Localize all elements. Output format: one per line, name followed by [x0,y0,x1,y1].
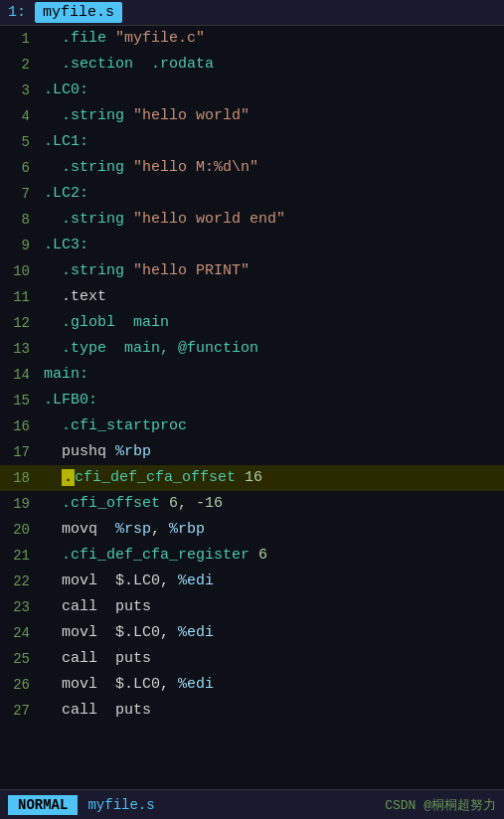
line-content: movl $.LC0, %edi [40,569,504,594]
line-content: call puts [40,646,504,672]
line-content: .cfi_startproc [40,413,504,439]
token: .text [44,288,106,305]
line-number: 7 [0,181,40,207]
line-number: 20 [0,517,40,543]
line-number: 9 [0,233,40,258]
table-row: 10 .string "hello PRINT" [0,258,504,284]
line-number: 22 [0,569,40,594]
tab-bar: 1: myfile.s [0,0,504,26]
line-number: 10 [0,258,40,284]
token: 6, -16 [169,495,223,512]
token: .type main, @function [44,340,258,357]
token: "hello world" [133,107,250,124]
line-tokens: cfi_def_cfa_offset 16 [75,469,262,486]
token: %rbp [115,443,151,460]
token: .LC2: [44,185,88,202]
tab-active[interactable]: myfile.s [35,2,122,23]
line-content: .LFB0: [40,388,504,413]
token: .LFB0: [44,392,97,409]
token: 6 [258,547,267,564]
status-credit: CSDN @桐桐超努力 [385,796,496,814]
token: .string [44,159,133,176]
token: %edi [178,676,214,693]
table-row: 24 movl $.LC0, %edi [0,620,504,646]
line-content: .type main, @function [40,336,504,362]
token: .string [44,107,133,124]
line-content: movq %rsp, %rbp [40,517,504,543]
table-row: 8 .string "hello world end" [0,207,504,233]
line-content: call puts [40,594,504,620]
line-number: 6 [0,155,40,181]
line-number: 18 [0,465,40,491]
table-row: 17 pushq %rbp [0,439,504,465]
line-content: .LC1: [40,129,504,155]
token: .cfi_def_cfa_register [44,547,258,564]
line-number: 15 [0,388,40,413]
token: .LC3: [44,237,88,253]
leading-spaces [44,469,62,486]
line-content: .file "myfile.c" [40,26,504,52]
table-row: 22 movl $.LC0, %edi [0,569,504,594]
token: %rsp [115,521,151,538]
token: %edi [178,573,214,589]
line-number: 17 [0,439,40,465]
token: movl [44,573,115,589]
table-row: 12 .globl main [0,310,504,336]
token: $.LC0 [115,573,160,589]
token: , [160,624,178,641]
table-row: 15.LFB0: [0,388,504,413]
table-row: 26 movl $.LC0, %edi [0,672,504,698]
line-number: 5 [0,129,40,155]
line-content: .string "hello PRINT" [40,258,504,284]
table-row: 20 movq %rsp, %rbp [0,517,504,543]
line-content: .LC2: [40,181,504,207]
line-number: 19 [0,491,40,517]
token: cfi_def_cfa_offset [75,469,245,486]
line-number: 8 [0,207,40,233]
token: %rbp [169,521,205,538]
table-row: 23 call puts [0,594,504,620]
token: call puts [44,598,151,615]
token: pushq [44,443,115,460]
token: movl [44,676,115,693]
line-content: .text [40,284,504,310]
table-row: 27 call puts [0,698,504,724]
code-area: 1 .file "myfile.c"2 .section .rodata3.LC… [0,26,504,789]
line-number: 24 [0,620,40,646]
table-row: 21 .cfi_def_cfa_register 6 [0,543,504,569]
line-number: 16 [0,413,40,439]
line-number: 23 [0,594,40,620]
line-content: .string "hello world end" [40,207,504,233]
table-row: 7.LC2: [0,181,504,207]
line-content: .section .rodata [40,52,504,78]
table-row: 18 .cfi_def_cfa_offset 16 [0,465,504,491]
line-number: 21 [0,543,40,569]
table-row: 3.LC0: [0,78,504,103]
table-row: 4 .string "hello world" [0,103,504,129]
token: , [151,521,169,538]
token: , [160,573,178,589]
line-content: pushq %rbp [40,439,504,465]
token: "myfile.c" [115,30,205,47]
token: , [160,676,178,693]
highlight-dot: . [62,469,75,486]
line-content: .string "hello M:%d\n" [40,155,504,181]
token: movq [44,521,115,538]
token: .cfi_offset [44,495,169,512]
token: .cfi_startproc [44,417,187,434]
line-content: .LC0: [40,78,504,103]
tab-prefix: 1: [8,4,35,21]
line-content: movl $.LC0, %edi [40,672,504,698]
line-number: 25 [0,646,40,672]
token: .LC1: [44,133,88,150]
table-row: 19 .cfi_offset 6, -16 [0,491,504,517]
table-row: 6 .string "hello M:%d\n" [0,155,504,181]
token: .LC0: [44,82,88,98]
status-filename: myfile.s [87,797,154,813]
token: call puts [44,702,151,719]
token: "hello M:%d\n" [133,159,258,176]
line-number: 4 [0,103,40,129]
token: .string [44,262,133,279]
token: main: [44,366,88,383]
table-row: 5.LC1: [0,129,504,155]
